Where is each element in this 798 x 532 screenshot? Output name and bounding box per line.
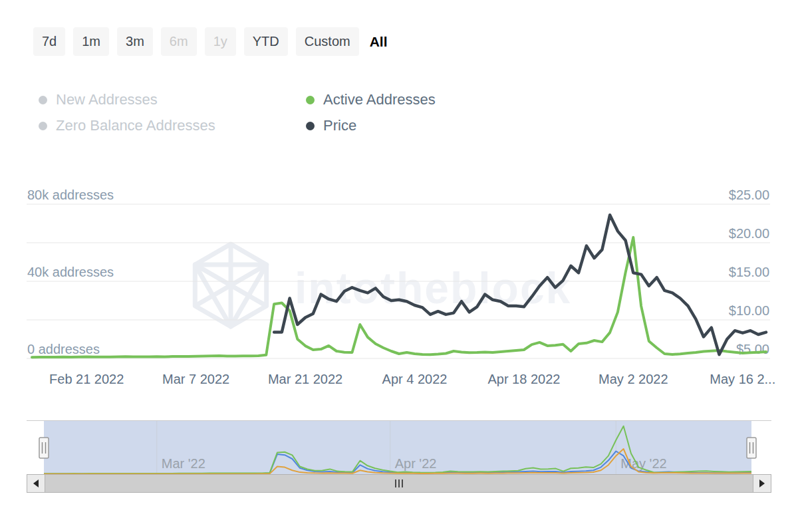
left-axis-label: 80k addresses: [27, 188, 114, 202]
scrollbar-thumb[interactable]: [45, 474, 753, 493]
watermark: intotheblock: [195, 244, 571, 327]
navigator-handle-right[interactable]: [747, 438, 756, 458]
x-axis-label: Mar 7 2022: [162, 372, 229, 386]
x-axis-label: Apr 4 2022: [382, 372, 448, 386]
x-axis-label: Apr 18 2022: [487, 372, 560, 386]
left-axis-label: 40k addresses: [27, 265, 114, 279]
left-axis-label: 0 addresses: [27, 342, 100, 356]
scrollbar-left-button[interactable]: [27, 474, 45, 493]
x-axis-label: May 2 2022: [598, 372, 668, 386]
navigator-month-label: Apr '22: [395, 456, 437, 471]
right-axis-label: $5.00: [736, 342, 769, 356]
right-axis-label: $15.00: [729, 265, 769, 279]
scrollbar-right-button[interactable]: [753, 474, 771, 493]
navigator-month-label: Mar '22: [162, 456, 205, 471]
x-axis-label: May 16 2...: [710, 372, 775, 386]
scrollbar-grip-icon: [395, 479, 403, 487]
navigator-handle-left[interactable]: [39, 438, 49, 458]
x-axis-label: Mar 21 2022: [268, 372, 342, 386]
scrollbar-left-arrow-icon: [33, 479, 39, 487]
right-axis-label: $25.00: [729, 188, 769, 202]
right-axis-label: $10.00: [729, 303, 769, 318]
x-axis-label: Feb 21 2022: [49, 372, 124, 386]
scrollbar[interactable]: [27, 474, 771, 493]
scrollbar-right-arrow-icon: [759, 479, 765, 487]
right-axis-label: $20.00: [729, 226, 769, 241]
main-chart[interactable]: intotheblock80k addresses40k addresses0 …: [0, 0, 798, 532]
watermark-text: intotheblock: [295, 263, 571, 313]
